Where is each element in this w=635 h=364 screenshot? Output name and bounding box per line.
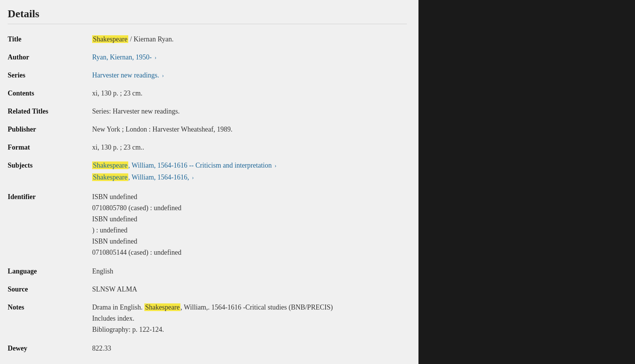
- value-format: xi, 130 p. ; 23 cm..: [92, 138, 407, 156]
- table-row: Notes Drama in English. Shakespeare, Wil…: [8, 298, 407, 339]
- identifier-line-5: ISBN undefined: [92, 236, 407, 247]
- subject-link-1[interactable]: Shakespeare, William, 1564-1616 -- Criti…: [92, 161, 272, 169]
- table-row: Identifier ISBN undefined 0710805780 (ca…: [8, 188, 407, 262]
- table-row: Dewey 822.33: [8, 339, 407, 357]
- label-identifier: Identifier: [8, 188, 92, 262]
- identifier-line-6: 0710805144 (cased) : undefined: [92, 247, 407, 258]
- subject2-chevron: ›: [190, 175, 193, 181]
- value-dewey: 822.33: [92, 339, 407, 357]
- label-author: Author: [8, 48, 92, 66]
- label-dewey: Dewey: [8, 339, 92, 357]
- title-rest: / Kiernan Ryan.: [128, 35, 174, 43]
- page-heading: Details: [8, 8, 407, 24]
- subject1-chevron: ›: [273, 163, 276, 169]
- value-identifier: ISBN undefined 0710805780 (cased) : unde…: [92, 188, 407, 262]
- label-subjects: Subjects: [8, 156, 92, 188]
- value-series: Harvester new readings. ›: [92, 66, 407, 84]
- label-contents: Contents: [8, 84, 92, 102]
- series-link[interactable]: Harvester new readings.: [92, 71, 159, 79]
- series-chevron: ›: [160, 73, 164, 79]
- label-format: Format: [8, 138, 92, 156]
- notes-line-2: Includes index.: [92, 313, 407, 324]
- value-title: Shakespeare / Kiernan Ryan.: [92, 30, 407, 48]
- label-publisher: Publisher: [8, 120, 92, 138]
- table-row: Series Harvester new readings. ›: [8, 66, 407, 84]
- notes-line-1: Drama in English. Shakespeare, William,.…: [92, 302, 407, 313]
- subject-link-2[interactable]: Shakespeare, William, 1564-1616,: [92, 173, 189, 181]
- value-author: Ryan, Kiernan, 1950- ›: [92, 48, 407, 66]
- right-panel: [418, 0, 635, 364]
- notes-line-3: Bibliography: p. 122-124.: [92, 324, 407, 335]
- value-related-titles: Series: Harvester new readings.: [92, 102, 407, 120]
- table-row: Publisher New York ; London : Harvester …: [8, 120, 407, 138]
- identifier-line-1: ISBN undefined: [92, 192, 407, 202]
- notes-highlighted: Shakespeare: [144, 303, 180, 311]
- value-language: English: [92, 262, 407, 280]
- label-source: Source: [8, 280, 92, 298]
- label-related-titles: Related Titles: [8, 102, 92, 120]
- author-chevron: ›: [153, 55, 156, 61]
- identifier-line-2: 0710805780 (cased) : undefined: [92, 203, 407, 213]
- author-link[interactable]: Ryan, Kiernan, 1950-: [92, 53, 152, 61]
- table-row: Title Shakespeare / Kiernan Ryan.: [8, 30, 407, 48]
- subject-line-1: Shakespeare, William, 1564-1616 -- Criti…: [92, 160, 407, 171]
- table-row: Source SLNSW ALMA: [8, 280, 407, 298]
- identifier-line-3: ISBN undefined: [92, 214, 407, 224]
- value-source: SLNSW ALMA: [92, 280, 407, 298]
- main-content: Details Title Shakespeare / Kiernan Ryan…: [0, 0, 418, 364]
- label-series: Series: [8, 66, 92, 84]
- table-row: Subjects Shakespeare, William, 1564-1616…: [8, 156, 407, 188]
- title-highlighted: Shakespeare: [92, 35, 128, 43]
- value-notes: Drama in English. Shakespeare, William,.…: [92, 298, 407, 339]
- value-subjects: Shakespeare, William, 1564-1616 -- Criti…: [92, 156, 407, 188]
- table-row: Language English: [8, 262, 407, 280]
- table-row: Contents xi, 130 p. ; 23 cm.: [8, 84, 407, 102]
- label-language: Language: [8, 262, 92, 280]
- subject-line-2: Shakespeare, William, 1564-1616, ›: [92, 172, 407, 183]
- value-publisher: New York ; London : Harvester Wheatsheaf…: [92, 120, 407, 138]
- subject1-highlighted: Shakespeare: [92, 161, 128, 169]
- label-title: Title: [8, 30, 92, 48]
- value-contents: xi, 130 p. ; 23 cm.: [92, 84, 407, 102]
- table-row: Related Titles Series: Harvester new rea…: [8, 102, 407, 120]
- identifier-line-4: ) : undefined: [92, 225, 407, 236]
- table-row: Author Ryan, Kiernan, 1950- ›: [8, 48, 407, 66]
- details-table: Title Shakespeare / Kiernan Ryan. Author…: [8, 30, 407, 357]
- label-notes: Notes: [8, 298, 92, 339]
- table-row: Format xi, 130 p. ; 23 cm..: [8, 138, 407, 156]
- subject2-highlighted: Shakespeare: [92, 173, 128, 181]
- page-container: Details Title Shakespeare / Kiernan Ryan…: [0, 0, 635, 364]
